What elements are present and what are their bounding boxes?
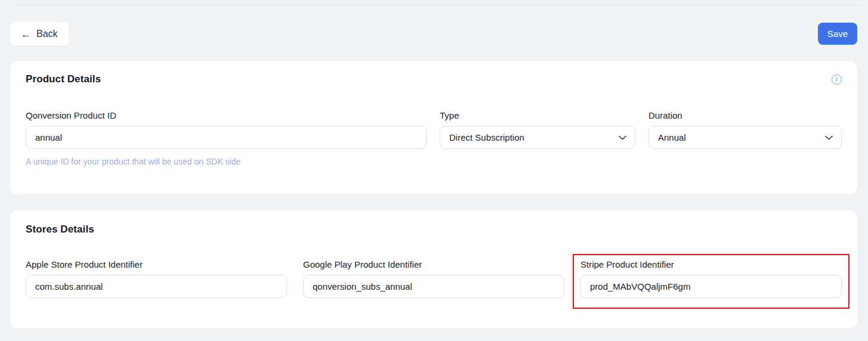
type-label: Type <box>440 110 635 120</box>
chevron-down-icon <box>825 135 833 140</box>
save-button-label: Save <box>827 29 848 39</box>
chevron-down-icon <box>619 135 626 140</box>
info-icon[interactable]: i <box>832 75 842 85</box>
apple-store-identifier-input[interactable] <box>26 275 287 298</box>
duration-select[interactable]: Annual <box>648 126 842 149</box>
apple-store-identifier-field: Apple Store Product Identifier <box>26 259 287 298</box>
stripe-identifier-input[interactable] <box>580 275 842 298</box>
top-divider <box>14 5 860 5</box>
google-play-identifier-input[interactable] <box>303 275 564 298</box>
type-select[interactable]: Direct Subscription <box>440 126 635 149</box>
duration-label: Duration <box>648 110 842 120</box>
duration-field: Duration Annual <box>648 110 842 166</box>
qonversion-product-id-input[interactable] <box>26 126 427 149</box>
stores-details-card: Stores Details Apple Store Product Ident… <box>10 210 857 328</box>
qonversion-product-id-helper: A unique ID for your product that will b… <box>26 157 427 166</box>
apple-store-identifier-label: Apple Store Product Identifier <box>26 259 287 269</box>
back-button[interactable]: ← Back <box>10 22 69 46</box>
type-select-value: Direct Subscription <box>449 132 524 142</box>
product-details-title: Product Details <box>26 73 101 85</box>
qonversion-product-id-field: Qonversion Product ID A unique ID for yo… <box>26 110 427 166</box>
back-button-label: Back <box>36 29 58 39</box>
qonversion-product-id-label: Qonversion Product ID <box>26 110 427 120</box>
type-field: Type Direct Subscription <box>440 110 635 166</box>
stripe-identifier-field: Stripe Product Identifier <box>580 259 842 298</box>
stripe-identifier-label: Stripe Product Identifier <box>580 259 842 269</box>
back-arrow-icon: ← <box>21 29 31 39</box>
product-details-card: Product Details i Qonversion Product ID … <box>10 61 857 194</box>
google-play-identifier-label: Google Play Product Identifier <box>303 259 564 269</box>
save-button[interactable]: Save <box>818 23 857 45</box>
stores-details-title: Stores Details <box>26 224 94 235</box>
duration-select-value: Annual <box>658 132 686 142</box>
google-play-identifier-field: Google Play Product Identifier <box>303 259 564 298</box>
